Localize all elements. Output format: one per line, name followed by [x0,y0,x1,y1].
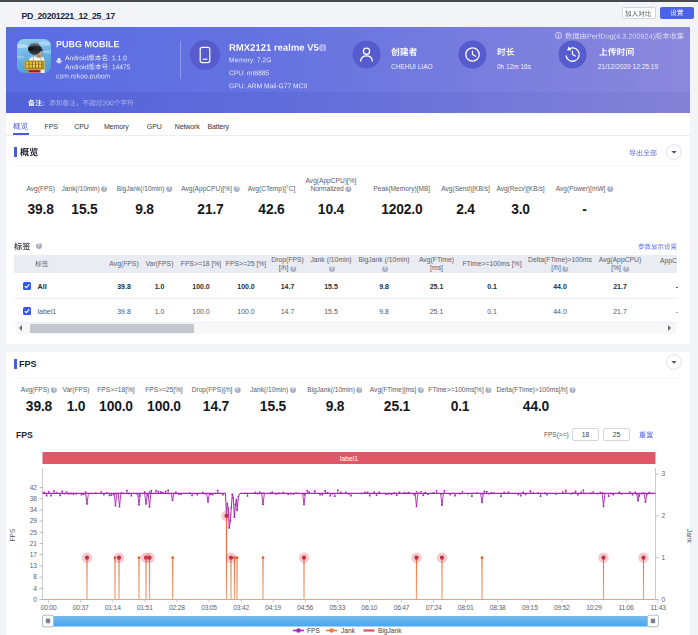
svg-text:02:28: 02:28 [169,604,185,611]
svg-text:25: 25 [30,529,38,536]
svg-text:21: 21 [30,540,38,547]
svg-text:13: 13 [30,562,38,569]
svg-text:03:05: 03:05 [201,604,217,611]
svg-text:8: 8 [33,573,37,580]
svg-text:00:37: 00:37 [73,604,89,611]
svg-text:FPS: FPS [307,627,320,634]
svg-text:06:10: 06:10 [362,604,378,611]
svg-text:04:19: 04:19 [265,604,281,611]
svg-text:03:42: 03:42 [233,604,249,611]
svg-text:06:47: 06:47 [394,604,410,611]
svg-text:09:52: 09:52 [554,604,570,611]
svg-text:0: 0 [33,596,37,603]
svg-text:3: 3 [662,470,666,477]
svg-text:label1: label1 [340,455,358,462]
svg-text:4: 4 [33,585,37,592]
svg-text:BigJank: BigJank [378,627,402,635]
svg-text:0: 0 [662,596,666,603]
svg-text:34: 34 [30,506,38,513]
svg-text:FPS: FPS [9,528,16,541]
svg-text:Jank: Jank [686,529,693,544]
svg-text:29: 29 [30,517,38,524]
svg-text:10:29: 10:29 [586,604,602,611]
svg-text:1: 1 [662,554,666,561]
svg-text:07:24: 07:24 [426,604,442,611]
svg-text:09:15: 09:15 [522,604,538,611]
svg-text:2: 2 [662,512,666,519]
svg-text:42: 42 [30,484,38,491]
svg-text:Jank: Jank [341,627,356,634]
svg-text:11:43: 11:43 [650,604,666,611]
svg-text:38: 38 [30,495,38,502]
svg-text:05:33: 05:33 [329,604,345,611]
svg-text:08:38: 08:38 [490,604,506,611]
svg-text:11:06: 11:06 [618,604,634,611]
svg-text:01:51: 01:51 [137,604,153,611]
svg-text:04:56: 04:56 [297,604,313,611]
svg-text:08:01: 08:01 [458,604,474,611]
svg-text:00:00: 00:00 [41,604,57,611]
svg-text:17: 17 [30,551,38,558]
svg-text:01:14: 01:14 [105,604,121,611]
